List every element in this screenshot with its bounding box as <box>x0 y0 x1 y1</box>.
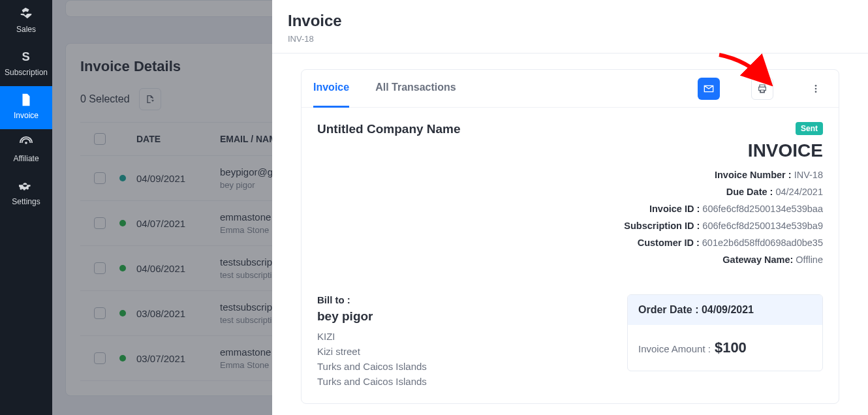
sidebar-item-subscription[interactable]: S Subscription <box>0 43 52 86</box>
invoice-amount-label: Invoice Amount : <box>638 343 711 354</box>
tab-all-transactions[interactable]: All Transactions <box>375 70 456 108</box>
sidebar-item-affiliate[interactable]: Affiliate <box>0 129 52 172</box>
gateway-value: Offline <box>796 254 823 265</box>
mail-icon <box>704 84 714 94</box>
due-date-value: 04/24/2021 <box>775 187 823 197</box>
s-letter-icon: S <box>19 50 33 64</box>
order-date-value: 04/09/2021 <box>702 304 754 315</box>
due-date-label: Due Date : <box>726 187 773 197</box>
invoice-inner-card: Invoice All Transactions Untitled Compan… <box>301 69 839 404</box>
sidebar-item-sales[interactable]: Sales <box>0 0 52 43</box>
dots-vertical-icon <box>811 84 821 94</box>
tabs: Invoice All Transactions <box>302 70 839 108</box>
bill-to-name: bey pigor <box>317 309 612 324</box>
invoice-id-value: 606fe6cf8d2500134e539baa <box>702 204 823 214</box>
svg-point-1 <box>25 142 27 144</box>
sidebar: Sales S Subscription Invoice Affiliate S… <box>0 0 52 415</box>
sidebar-item-settings[interactable]: Settings <box>0 172 52 215</box>
svg-text:S: S <box>22 50 30 63</box>
invoice-meta: Invoice Number : INV-18 Due Date : 04/24… <box>624 166 823 268</box>
status-badge: Sent <box>796 122 823 135</box>
svg-point-4 <box>815 91 817 93</box>
gear-icon <box>19 179 33 193</box>
file-icon <box>19 93 33 107</box>
order-date-label: Order Date : <box>638 304 698 315</box>
broadcast-icon <box>19 136 33 150</box>
customer-id-value: 601e2b6d58ffd0698ad0be35 <box>702 238 823 248</box>
tab-invoice[interactable]: Invoice <box>313 70 349 108</box>
invoice-number-label: Invoice Number : <box>715 170 792 180</box>
invoice-id-label: Invoice ID : <box>649 204 700 214</box>
bill-to-line: Turks and Caicos Islands <box>317 374 612 389</box>
customer-id-label: Customer ID : <box>638 238 700 248</box>
amount-box: Order Date : 04/09/2021 Invoice Amount :… <box>627 294 823 371</box>
panel-header: Invoice INV-18 <box>272 0 868 54</box>
bill-to-line: Kizi street <box>317 344 612 359</box>
bill-to-line: KIZI <box>317 329 612 344</box>
invoice-number-value: INV-18 <box>794 170 823 180</box>
send-email-button[interactable] <box>698 78 720 100</box>
invoice-amount-value: $100 <box>715 339 747 356</box>
handshake-icon <box>19 7 33 21</box>
sidebar-item-label: Subscription <box>5 68 48 77</box>
more-button[interactable] <box>805 78 827 100</box>
subscription-id-label: Subscription ID : <box>624 221 700 231</box>
bill-to-line: Turks and Caicos Islands <box>317 359 612 374</box>
gateway-label: Gateway Name: <box>722 254 793 265</box>
print-button[interactable] <box>751 78 773 100</box>
invoice-panel: Invoice INV-18 Invoice All Transactions <box>272 0 868 415</box>
company-name: Untitled Company Name <box>317 122 461 136</box>
sidebar-item-invoice[interactable]: Invoice <box>0 86 52 129</box>
sidebar-item-label: Sales <box>16 25 36 34</box>
subscription-id-value: 606fe6cf8d2500134e539ba9 <box>702 221 823 231</box>
sidebar-item-label: Affiliate <box>13 154 39 163</box>
sidebar-item-label: Invoice <box>14 111 39 120</box>
svg-point-3 <box>815 87 817 89</box>
print-icon <box>757 84 767 94</box>
invoice-code: INV-18 <box>288 34 852 44</box>
panel-title: Invoice <box>288 12 852 30</box>
svg-point-2 <box>815 85 817 87</box>
bill-to: Bill to : bey pigor KIZI Kizi street Tur… <box>317 294 612 389</box>
sidebar-item-label: Settings <box>12 197 40 206</box>
document-title: INVOICE <box>748 140 823 161</box>
bill-to-label: Bill to : <box>317 294 612 305</box>
